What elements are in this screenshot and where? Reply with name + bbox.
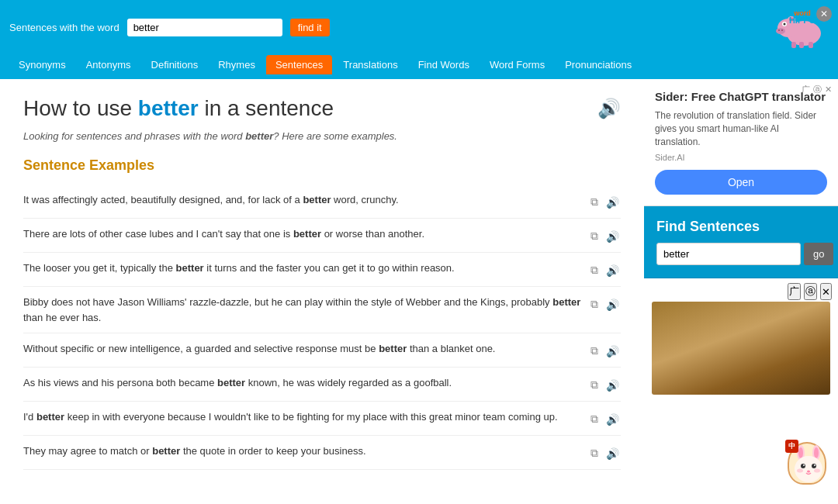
svg-point-25 <box>814 469 820 473</box>
sentence-text: They may agree to match or better the qu… <box>23 444 583 459</box>
copy-button[interactable]: ⧉ <box>589 262 600 278</box>
ad-description: The revolution of translation field. Sid… <box>655 109 827 148</box>
ad-image-inner <box>652 302 830 395</box>
copy-button[interactable]: ⧉ <box>589 343 600 359</box>
copy-button[interactable]: ⧉ <box>589 411 600 427</box>
sentence-text: I'd better keep in with everyone because… <box>23 409 583 425</box>
content-area: How to use better in a sentence 🔊 Lookin… <box>0 79 644 504</box>
sentence-icons: ⧉ 🔊 <box>589 192 621 210</box>
float-char-body: 中 <box>788 442 826 485</box>
nav-antonyms[interactable]: Antonyms <box>77 55 140 74</box>
ad-info-button[interactable]: ⓐ <box>813 84 822 95</box>
ad-flag-button[interactable]: 广 <box>802 84 810 95</box>
nav-word-forms[interactable]: Word Forms <box>480 55 554 74</box>
ad-controls: 广 ⓐ ✕ <box>802 84 832 95</box>
nav-translations[interactable]: Translations <box>334 55 407 74</box>
ad2-close-button[interactable]: ✕ <box>820 283 832 300</box>
sentence-icons: ⧉ 🔊 <box>589 409 621 427</box>
sentence-text: Bibby does not have Jason Williams' razz… <box>23 295 583 325</box>
copy-button[interactable]: ⧉ <box>589 296 600 312</box>
ad-close-button[interactable]: ✕ <box>825 85 832 95</box>
audio-button[interactable]: 🔊 <box>604 378 621 393</box>
svg-point-17 <box>814 447 819 458</box>
sentence-row: As his views and his persona both became… <box>23 368 621 402</box>
nav-find-words[interactable]: Find Words <box>409 55 479 74</box>
page-heading: How to use better in a sentence <box>23 95 334 123</box>
ad-source: Sider.AI <box>655 153 827 162</box>
sentence-icons: ⧉ 🔊 <box>589 341 621 359</box>
audio-button-main[interactable]: 🔊 <box>597 98 621 119</box>
close-button[interactable]: ✕ <box>816 6 832 22</box>
search-input[interactable] <box>127 19 282 36</box>
nav-synonyms[interactable]: Synonyms <box>9 55 75 74</box>
audio-button[interactable]: 🔊 <box>604 446 621 461</box>
svg-point-23 <box>807 471 810 473</box>
search-label: Sentences with the word <box>9 22 119 33</box>
sentence-row: The looser you get it, typically the bet… <box>23 253 621 287</box>
copy-button[interactable]: ⧉ <box>589 194 600 210</box>
sentence-text: There are lots of other case lubes and I… <box>23 226 583 242</box>
heading-word: better <box>138 96 199 120</box>
copy-button[interactable]: ⧉ <box>589 445 600 461</box>
sentence-row: I'd better keep in with everyone because… <box>23 402 621 436</box>
audio-button[interactable]: 🔊 <box>604 229 621 244</box>
sentence-icons: ⧉ 🔊 <box>589 375 621 393</box>
svg-point-21 <box>803 464 805 466</box>
sentence-icons: ⧉ 🔊 <box>589 444 621 461</box>
audio-button[interactable]: 🔊 <box>604 195 621 210</box>
nav-rhymes[interactable]: Rhymes <box>209 55 265 74</box>
svg-point-24 <box>797 469 803 473</box>
svg-point-22 <box>814 464 815 466</box>
sentence-icons: ⧉ 🔊 <box>589 295 621 312</box>
sentence-icons: ⧉ 🔊 <box>589 226 621 244</box>
svg-point-6 <box>776 28 785 34</box>
sentence-text: The looser you get it, typically the bet… <box>23 261 583 276</box>
main-layout: How to use better in a sentence 🔊 Lookin… <box>0 79 838 504</box>
sidebar: 广 ⓐ ✕ Sider: Free ChatGPT translator The… <box>644 79 838 504</box>
svg-rect-9 <box>791 42 796 48</box>
sentence-text: It was affectingly acted, beautifully de… <box>23 192 583 208</box>
ad-open-button[interactable]: Open <box>655 170 827 195</box>
sentence-row: Without specific or new intelligence, a … <box>23 333 621 368</box>
svg-point-3 <box>784 23 786 26</box>
ad-box-1: 广 ⓐ ✕ Sider: Free ChatGPT translator The… <box>644 79 838 206</box>
ad2-info-button[interactable]: ⓐ <box>804 283 817 300</box>
find-go-button[interactable]: go <box>804 243 833 265</box>
find-sentences-title: Find Sentences <box>656 219 826 235</box>
sentence-icons: ⧉ 🔊 <box>589 261 621 278</box>
ad-image <box>652 302 830 395</box>
sentence-row: Bibby does not have Jason Williams' razz… <box>23 287 621 333</box>
find-sentence-row: go <box>656 243 826 265</box>
audio-button[interactable]: 🔊 <box>604 343 621 359</box>
svg-point-20 <box>812 464 816 468</box>
nav-bar: Synonyms Antonyms Definitions Rhymes Sen… <box>0 55 838 79</box>
sentence-row: They may agree to match or better the qu… <box>23 436 621 470</box>
sentence-text: Without specific or new intelligence, a … <box>23 341 583 357</box>
nav-definitions[interactable]: Definitions <box>142 55 208 74</box>
float-character: 中 <box>784 442 830 496</box>
section-title: Sentence Examples <box>23 157 621 174</box>
audio-button[interactable]: 🔊 <box>604 263 621 278</box>
find-sentences-input[interactable] <box>656 243 801 265</box>
ad2-flag-button[interactable]: 广 <box>788 283 801 300</box>
copy-button[interactable]: ⧉ <box>589 377 600 393</box>
svg-point-16 <box>798 447 803 458</box>
sentence-row: There are lots of other case lubes and I… <box>23 219 621 253</box>
audio-button[interactable]: 🔊 <box>604 297 621 312</box>
subtitle: Looking for sentences and phrases with t… <box>23 130 621 142</box>
svg-point-8 <box>781 29 783 31</box>
svg-rect-10 <box>799 42 804 48</box>
top-bar: Sentences with the word find it <box>0 0 838 55</box>
find-button[interactable]: find it <box>290 19 330 36</box>
nav-sentences[interactable]: Sentences <box>266 55 332 74</box>
find-sentences-box: Find Sentences go <box>644 206 838 278</box>
svg-point-19 <box>801 464 805 468</box>
svg-point-7 <box>778 29 780 31</box>
svg-rect-11 <box>809 42 813 48</box>
audio-button[interactable]: 🔊 <box>604 412 621 427</box>
sentence-text: As his views and his persona both became… <box>23 375 583 391</box>
ad-controls-2: 广 ⓐ ✕ <box>788 283 832 300</box>
sentence-row: It was affectingly acted, beautifully de… <box>23 185 621 219</box>
copy-button[interactable]: ⧉ <box>589 228 600 244</box>
nav-pronunciations[interactable]: Pronunciations <box>556 55 641 74</box>
